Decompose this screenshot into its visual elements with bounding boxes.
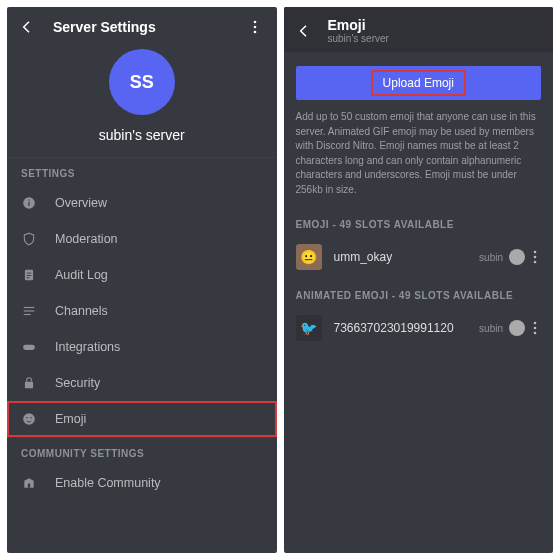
sidebar-item-enable-community[interactable]: Enable Community: [7, 465, 277, 501]
svg-rect-7: [27, 273, 32, 274]
svg-rect-8: [27, 275, 32, 276]
sidebar-item-label: Security: [55, 376, 100, 390]
left-header: Server Settings: [7, 7, 277, 45]
svg-point-0: [253, 21, 256, 24]
lock-icon: [21, 375, 37, 391]
svg-rect-12: [24, 314, 31, 315]
upload-emoji-button[interactable]: Upload Emoji: [296, 66, 542, 100]
sidebar-item-channels[interactable]: Channels: [7, 293, 277, 329]
info-icon: [21, 195, 37, 211]
server-settings-panel: Server Settings SS subin's server SETTIN…: [7, 7, 277, 553]
svg-point-1: [253, 26, 256, 29]
row-more-icon[interactable]: [533, 321, 541, 335]
left-header-title: Server Settings: [53, 19, 253, 35]
emoji-name: 736637023019991120: [334, 321, 480, 335]
sidebar-item-integrations[interactable]: Integrations: [7, 329, 277, 365]
emoji-row[interactable]: 🐦 736637023019991120 subin: [284, 307, 554, 349]
svg-rect-5: [28, 200, 29, 201]
avatar: [509, 320, 525, 336]
sidebar-item-label: Overview: [55, 196, 107, 210]
svg-point-21: [534, 261, 537, 264]
svg-point-24: [534, 332, 537, 335]
back-arrow-icon[interactable]: [19, 19, 37, 35]
server-name: subin's server: [99, 127, 185, 143]
svg-rect-14: [25, 382, 33, 388]
sidebar-item-security[interactable]: Security: [7, 365, 277, 401]
svg-rect-13: [23, 345, 35, 350]
sidebar-item-label: Audit Log: [55, 268, 108, 282]
static-emoji-label: EMOJI - 49 SLOTS AVAILABLE: [284, 207, 554, 236]
svg-point-19: [534, 251, 537, 254]
sidebar-item-label: Enable Community: [55, 476, 161, 490]
right-header: Emoji subin's server: [284, 7, 554, 52]
sidebar-item-moderation[interactable]: Moderation: [7, 221, 277, 257]
emoji-uploader: subin: [479, 323, 503, 334]
section-label-settings: SETTINGS: [7, 157, 277, 185]
community-icon: [21, 475, 37, 491]
svg-point-15: [23, 413, 35, 425]
svg-point-17: [30, 417, 32, 419]
svg-rect-18: [28, 484, 30, 488]
svg-point-20: [534, 256, 537, 259]
more-icon[interactable]: [253, 20, 265, 34]
emoji-row[interactable]: 😐 umm_okay subin: [284, 236, 554, 278]
svg-point-16: [26, 417, 28, 419]
svg-point-22: [534, 322, 537, 325]
right-subtitle: subin's server: [328, 33, 389, 44]
list-icon: [21, 303, 37, 319]
sidebar-item-label: Emoji: [55, 412, 86, 426]
shield-icon: [21, 231, 37, 247]
server-avatar-block: SS subin's server: [7, 45, 277, 157]
back-arrow-icon[interactable]: [296, 23, 314, 39]
svg-point-23: [534, 327, 537, 330]
right-title: Emoji: [328, 17, 389, 33]
sidebar-item-label: Channels: [55, 304, 108, 318]
emoji-description: Add up to 50 custom emoji that anyone ca…: [284, 106, 554, 207]
sidebar-item-label: Integrations: [55, 340, 120, 354]
svg-rect-10: [24, 307, 35, 308]
svg-rect-9: [27, 277, 30, 278]
upload-emoji-label: Upload Emoji: [371, 70, 466, 96]
server-avatar[interactable]: SS: [109, 49, 175, 115]
sidebar-item-emoji[interactable]: Emoji: [7, 401, 277, 437]
animated-emoji-label: ANIMATED EMOJI - 49 SLOTS AVAILABLE: [284, 278, 554, 307]
avatar: [509, 249, 525, 265]
row-more-icon[interactable]: [533, 250, 541, 264]
avatar-initials: SS: [130, 72, 154, 93]
emoji-panel: Emoji subin's server Upload Emoji Add up…: [284, 7, 554, 553]
emoji-uploader: subin: [479, 252, 503, 263]
emoji-thumbnail: 😐: [296, 244, 322, 270]
sidebar-item-overview[interactable]: Overview: [7, 185, 277, 221]
emoji-icon: [21, 411, 37, 427]
svg-rect-4: [28, 202, 29, 206]
svg-point-2: [253, 31, 256, 34]
emoji-name: umm_okay: [334, 250, 480, 264]
sidebar-item-audit-log[interactable]: Audit Log: [7, 257, 277, 293]
clipboard-icon: [21, 267, 37, 283]
svg-rect-11: [24, 310, 35, 311]
upload-wrap: Upload Emoji: [284, 52, 554, 106]
gamepad-icon: [21, 339, 37, 355]
emoji-thumbnail: 🐦: [296, 315, 322, 341]
section-label-community: COMMUNITY SETTINGS: [7, 437, 277, 465]
sidebar-item-label: Moderation: [55, 232, 118, 246]
